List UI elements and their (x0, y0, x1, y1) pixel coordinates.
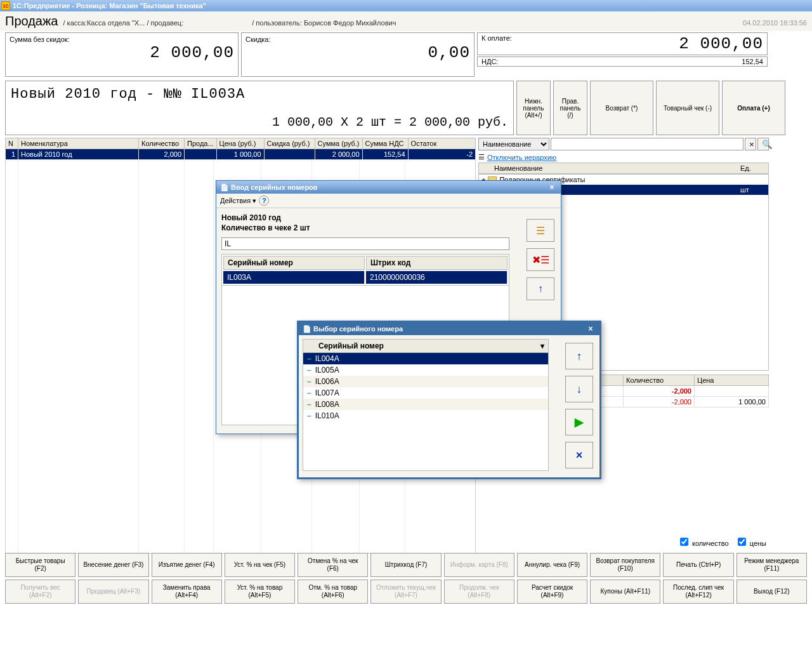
col-n[interactable]: N (6, 138, 18, 149)
hold-check-button[interactable]: Отложить текущ.чек (Alt+F7) (370, 580, 441, 604)
col-seller[interactable]: Прода... (185, 138, 217, 149)
vat-value: 152,54 (520, 58, 763, 65)
cash-out-button[interactable]: Изъятие денег (F4) (152, 553, 222, 577)
category-header: Наименование Ед. (478, 162, 769, 174)
void-check-button[interactable]: Аннулир. чека (F9) (517, 553, 587, 577)
item-calc: 1 000,00 Х 2 шт = 2 000,00 руб. (11, 115, 508, 129)
list-item[interactable]: –IL008A (303, 399, 548, 410)
discount-box: Скидка: 0,00 (241, 32, 475, 77)
app-logo-icon: 1C (1, 1, 10, 10)
item-name: Новый 2010 год - №№ IL003A (11, 86, 508, 102)
serial-select-button[interactable]: ☰ (527, 219, 554, 242)
filter-input[interactable] (551, 138, 743, 150)
list-item[interactable]: –IL007A (303, 387, 548, 399)
discount-value: 0,00 (246, 43, 470, 62)
select-dialog-title: Выбор серийного номера (313, 325, 403, 333)
doc-icon: 📄 (220, 183, 229, 192)
serial-item-name: Новый 2010 год (221, 213, 556, 222)
vat-label: НДС: (481, 58, 520, 65)
items-table[interactable]: N Номенклатура Количество Прода... Цена … (5, 138, 476, 160)
receipt-button[interactable]: Товарный чек (-) (656, 81, 719, 135)
serial-select-list[interactable]: Серийный номер ▾ –IL004A –IL005A –IL006A… (303, 339, 549, 471)
coupons-button[interactable]: Купоны (Alt+F11) (590, 580, 660, 604)
serial-select-dialog: 📄 Выбор серийного номера × Серийный номе… (297, 321, 601, 479)
serial-table[interactable]: Серийный номер Штрих код IL003A 21000000… (221, 254, 509, 286)
disable-hierarchy-link[interactable]: Отключить иерархию (487, 154, 556, 161)
cancel-pct-item-button[interactable]: Отм. % на товар (Alt+F6) (298, 580, 368, 604)
sum-box: Сумма без скидок: 2 000,00 (5, 32, 239, 77)
help-icon[interactable]: ? (259, 196, 269, 206)
cancel-pct-check-button[interactable]: Отмена % на чек (F6) (298, 553, 368, 577)
pay-value: 2 000,00 (520, 34, 763, 53)
last-slip-button[interactable]: Послед. слип чек (Alt+F12) (663, 580, 733, 604)
filter-search-button[interactable]: 🔍 (757, 138, 769, 150)
col-price[interactable]: Цена (руб.) (216, 138, 264, 149)
sum-label: Сумма без скидок: (10, 36, 234, 43)
page-title: Продажа (5, 14, 58, 29)
nav-select-button[interactable]: ▶ (565, 409, 593, 435)
filter-field-select[interactable]: Наименование (478, 138, 549, 150)
set-pct-check-button[interactable]: Уст. % на чек (F5) (225, 553, 295, 577)
hierarchy-icon: ☰ (478, 153, 485, 161)
breadcrumb: / касса:Касса отдела "Х... / продавец: (63, 19, 183, 27)
fast-goods-button[interactable]: Быстрые товары (F2) (5, 553, 75, 577)
nav-up-button[interactable]: ↑ (565, 343, 593, 369)
return-button[interactable]: Возврат (*) (590, 81, 653, 135)
actions-menu[interactable]: Действия ▾ (220, 197, 256, 205)
lower-panel-button[interactable]: Нижн. панель (Alt+/) (516, 81, 551, 135)
app-title: 1С:Предприятие - Розница: Магазин "Бытов… (13, 2, 206, 10)
serial-row[interactable]: IL003A 2100000000036 (223, 271, 508, 284)
serial-qty-info: Количество в чеке 2 шт (221, 223, 556, 232)
get-weight-button[interactable]: Получить вес (Alt+F2) (5, 580, 75, 604)
datetime-label: 04.02.2010 18:33:56 (743, 19, 807, 27)
col-vat[interactable]: Сумма НДС (362, 138, 408, 149)
seller-button[interactable]: Продавец (Alt+F3) (78, 580, 148, 604)
exit-button[interactable]: Выход (F12) (737, 580, 807, 604)
qty-checkbox[interactable]: количество (678, 536, 729, 548)
filter-clear-button[interactable]: × (745, 138, 756, 150)
stock-price-col: Цена (695, 375, 769, 386)
app-titlebar: 1C 1С:Предприятие - Розница: Магазин "Бы… (0, 0, 812, 11)
manager-mode-button[interactable]: Режим менеджера (F11) (737, 553, 807, 577)
right-panel-button[interactable]: Прав. панель (/) (553, 81, 587, 135)
serial-input[interactable] (221, 237, 509, 250)
serial-delete-button[interactable]: ✖☰ (527, 248, 554, 271)
set-pct-item-button[interactable]: Уст. % на товар (Alt+F5) (225, 580, 295, 604)
cash-in-button[interactable]: Внесение денег (F3) (78, 553, 148, 577)
col-disc[interactable]: Скидка (руб.) (264, 138, 315, 149)
list-item[interactable]: –IL005A (303, 364, 548, 376)
stock-qty-col: Количество (624, 375, 695, 386)
dropdown-icon[interactable]: ▾ (540, 342, 544, 350)
calc-discounts-button[interactable]: Расчет скидок (Alt+F9) (517, 580, 587, 604)
serial-up-button[interactable]: ↑ (527, 277, 554, 300)
list-item[interactable]: –IL010A (303, 410, 548, 421)
payment-button[interactable]: Оплата (+) (722, 81, 785, 135)
discount-label: Скидка: (246, 36, 470, 43)
print-button[interactable]: Печать (Ctrl+P) (663, 553, 733, 577)
nav-cancel-button[interactable]: × (565, 442, 593, 468)
close-icon[interactable]: × (586, 324, 596, 333)
resume-check-button[interactable]: Продолж. чек (Alt+F8) (444, 580, 514, 604)
doc-icon: 📄 (303, 325, 311, 333)
nav-down-button[interactable]: ↓ (565, 376, 593, 402)
col-rest[interactable]: Остаток (408, 138, 475, 149)
close-icon[interactable]: × (547, 183, 557, 192)
customer-return-button[interactable]: Возврат покупателя (F10) (590, 553, 660, 577)
serial-dialog-title: Ввод серийных номеров (231, 183, 318, 191)
info-card-button[interactable]: Информ. карта (F8) (444, 553, 514, 577)
table-row[interactable]: 1 Новый 2010 год 2,000 1 000,00 2 000,00… (6, 149, 476, 160)
prices-checkbox[interactable]: цены (735, 536, 766, 548)
user-label: / пользователь: Борисов Федор Михайлович (252, 19, 396, 27)
list-item[interactable]: –IL006A (303, 376, 548, 387)
pay-label: К оплате: (481, 34, 520, 53)
page-header: Продажа / касса:Касса отдела "Х... / про… (0, 11, 812, 31)
col-qty[interactable]: Количество (139, 138, 185, 149)
sum-value: 2 000,00 (10, 43, 234, 62)
list-item[interactable]: –IL004A (303, 353, 548, 364)
barcode-button[interactable]: Штрихкод (F7) (370, 553, 441, 577)
change-rights-button[interactable]: Заменить права (Alt+F4) (152, 580, 222, 604)
col-nom[interactable]: Номенклатура (18, 138, 139, 149)
col-sum[interactable]: Сумма (руб.) (315, 138, 362, 149)
